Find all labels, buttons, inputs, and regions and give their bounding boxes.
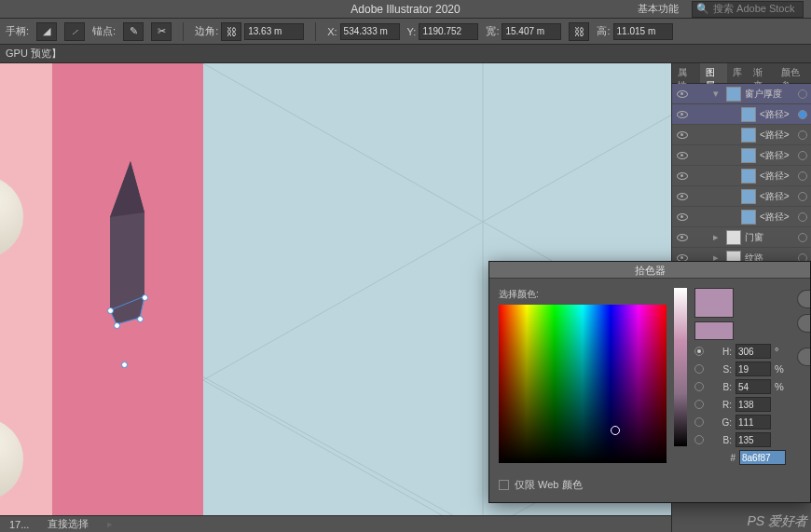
color-S-label: S: (708, 364, 732, 375)
color-mode-radio-B[interactable] (694, 382, 704, 391)
lock-toggle[interactable] (693, 129, 706, 142)
visibility-toggle[interactable] (676, 211, 689, 224)
x-input[interactable] (340, 23, 400, 40)
layer-row[interactable]: <路径> (672, 145, 811, 166)
layer-name[interactable]: <路径> (760, 190, 794, 203)
panel-tab-属性[interactable]: 属性 (672, 63, 700, 83)
link-wh-icon[interactable]: ⛓ (569, 22, 589, 41)
color-H-input[interactable] (735, 344, 771, 359)
color-G-label: G: (708, 417, 732, 428)
lock-toggle[interactable] (693, 170, 706, 183)
h-input[interactable] (613, 23, 673, 40)
panel-tab-颜色参[interactable]: 颜色参 (776, 63, 811, 83)
select-color-label: 选择颜色: (499, 288, 667, 305)
color-Bb-input[interactable] (735, 432, 771, 447)
layer-name[interactable]: <路径> (760, 211, 794, 224)
layer-row[interactable]: <路径> (672, 104, 811, 125)
workspace-switcher[interactable]: 基本功能 (638, 2, 679, 16)
layer-name[interactable]: <路径> (760, 149, 794, 162)
anchor-convert-icon[interactable]: ✎ (123, 22, 144, 41)
handle-label: 手柄: (6, 24, 29, 38)
layer-name[interactable]: 窗户厚度 (745, 88, 794, 101)
w-input[interactable] (502, 23, 561, 40)
layer-row[interactable]: <路径> (672, 166, 811, 186)
layer-thumbnail (741, 169, 756, 184)
anchor-point[interactable] (107, 307, 114, 314)
target-icon[interactable] (798, 89, 807, 99)
color-mode-radio-Bb[interactable] (694, 435, 704, 444)
color-Bb-label: B: (708, 435, 732, 445)
anchor-point[interactable] (114, 322, 120, 329)
panel-tab-库[interactable]: 库 (727, 63, 748, 83)
visibility-toggle[interactable] (676, 149, 689, 162)
color-mode-radio-R[interactable] (694, 400, 704, 409)
layer-name[interactable]: <路径> (760, 129, 794, 142)
ok-button[interactable] (797, 290, 810, 308)
layer-row[interactable]: <路径> (672, 207, 811, 227)
color-R-input[interactable] (735, 397, 771, 412)
h-label: 高: (597, 24, 610, 38)
layer-name[interactable]: 门窗 (745, 231, 794, 244)
visibility-toggle[interactable] (676, 88, 689, 101)
panel-tab-渐变[interactable]: 渐变 (748, 63, 776, 83)
visibility-toggle[interactable] (676, 231, 689, 244)
color-G-input[interactable] (735, 415, 771, 430)
anchor-point[interactable] (142, 294, 148, 301)
svg-marker-7 (110, 161, 144, 217)
lock-toggle[interactable] (693, 190, 706, 203)
color-mode-radio-H[interactable] (694, 347, 704, 356)
old-color-swatch (694, 321, 734, 340)
lock-toggle[interactable] (693, 108, 706, 121)
panel-tab-图层[interactable]: 图层 (700, 63, 728, 83)
handle-button-2[interactable]: ⟋ (64, 22, 85, 41)
layer-name[interactable]: <路径> (760, 108, 794, 121)
selected-shape[interactable] (103, 161, 177, 366)
spectrum-cursor[interactable] (611, 426, 620, 435)
edge-angle-input[interactable] (244, 23, 304, 40)
color-B-input[interactable] (735, 379, 771, 394)
layer-name[interactable]: <路径> (760, 170, 794, 183)
hex-input[interactable] (739, 450, 786, 465)
color-mode-radio-S[interactable] (694, 364, 704, 374)
hue-slider[interactable] (674, 288, 687, 446)
layer-row[interactable]: ▸门窗 (672, 227, 811, 248)
handle-button-1[interactable]: ◢ (36, 22, 57, 41)
target-icon[interactable] (798, 233, 807, 242)
visibility-toggle[interactable] (676, 108, 689, 121)
lock-toggle[interactable] (693, 149, 706, 162)
target-icon[interactable] (798, 192, 807, 201)
zoom-level[interactable]: 17... (9, 519, 29, 530)
lock-toggle[interactable] (693, 211, 706, 224)
document-tab-bar: GPU 预览】 (0, 45, 811, 63)
target-icon[interactable] (798, 110, 807, 119)
color-S-input[interactable] (735, 361, 771, 376)
lock-toggle[interactable] (693, 88, 706, 101)
center-point[interactable] (121, 361, 128, 368)
target-icon[interactable] (798, 212, 807, 222)
document-tab[interactable]: GPU 预览】 (6, 47, 62, 61)
disclosure-icon[interactable]: ▸ (709, 231, 722, 243)
disclosure-icon[interactable]: ▾ (709, 88, 722, 100)
web-only-checkbox[interactable] (499, 480, 509, 490)
layer-row[interactable]: <路径> (672, 186, 811, 207)
svg-line-4 (203, 222, 483, 532)
layer-row[interactable]: <路径> (672, 125, 811, 145)
edge-link-icon[interactable]: ⛓ (221, 22, 241, 41)
visibility-toggle[interactable] (676, 129, 689, 142)
visibility-toggle[interactable] (676, 170, 689, 183)
anchor-cut-icon[interactable]: ✂ (151, 22, 172, 41)
color-spectrum[interactable] (499, 305, 667, 463)
search-icon: 🔍 (696, 3, 709, 15)
lock-toggle[interactable] (693, 231, 706, 244)
target-icon[interactable] (798, 171, 807, 181)
search-stock-input[interactable]: 🔍 搜索 Adobe Stock (692, 1, 804, 18)
visibility-toggle[interactable] (676, 190, 689, 203)
layer-row[interactable]: ▾窗户厚度 (672, 84, 811, 104)
swatches-button[interactable] (797, 348, 810, 366)
target-icon[interactable] (798, 130, 807, 140)
anchor-point[interactable] (137, 316, 144, 322)
color-mode-radio-G[interactable] (694, 417, 704, 427)
y-input[interactable] (419, 23, 478, 40)
target-icon[interactable] (798, 151, 807, 160)
cancel-button[interactable] (797, 314, 810, 333)
